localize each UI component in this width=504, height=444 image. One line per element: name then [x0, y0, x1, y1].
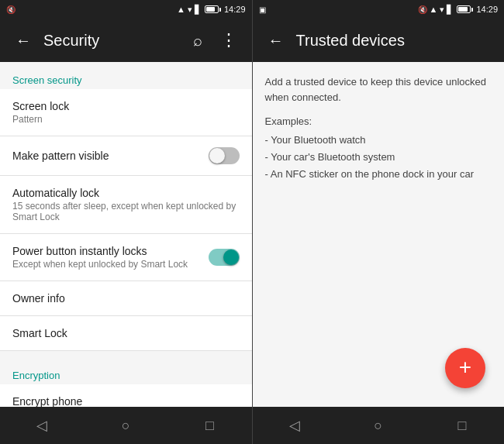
screen-lock-subtitle: Pattern [12, 114, 240, 125]
left-nav-bar: ◁ ○ □ [0, 407, 252, 444]
right-wifi-icon: ▾ [440, 5, 444, 15]
add-trusted-device-fab[interactable]: + [445, 348, 485, 388]
owner-info-title: Owner info [12, 292, 240, 305]
example-item-2: - An NFC sticker on the phone dock in yo… [265, 166, 492, 183]
right-main-content: Add a trusted device to keep this device… [253, 62, 505, 195]
right-content: Add a trusted device to keep this device… [253, 62, 505, 407]
left-app-bar: ← Security ⌕ ⋮ [0, 19, 252, 62]
nav-home-icon: ○ [122, 418, 130, 434]
right-app-bar: ← Trusted devices [253, 19, 505, 62]
search-button[interactable]: ⌕ [187, 29, 209, 51]
make-pattern-toggle[interactable] [209, 147, 240, 164]
right-nav-recent-icon: □ [457, 418, 466, 434]
auto-lock-subtitle: 15 seconds after sleep, except when kept… [12, 201, 240, 222]
auto-lock-item[interactable]: Automatically lock 15 seconds after slee… [0, 176, 252, 234]
right-signal-icon: ▲ [430, 5, 438, 14]
wifi-icon: ▾ [188, 5, 192, 15]
more-icon: ⋮ [220, 30, 237, 50]
screen-lock-title: Screen lock [12, 100, 240, 112]
right-signal-bars-icon: ▋ [447, 5, 453, 15]
trusted-devices-description: Add a trusted device to keep this device… [265, 74, 492, 105]
left-screen-title: Security [43, 32, 178, 50]
right-nav-home-button[interactable]: ○ [363, 410, 394, 441]
encrypt-phone-item[interactable]: Encrypt phone [0, 384, 252, 407]
right-nav-home-icon: ○ [374, 418, 382, 434]
right-notif-icon: ▣ [259, 5, 266, 14]
back-arrow-icon: ← [16, 32, 31, 50]
right-nav-recent-button[interactable]: □ [447, 410, 478, 441]
auto-lock-title: Automatically lock [12, 187, 240, 199]
right-back-arrow-icon: ← [268, 32, 284, 50]
examples-list: - Your Bluetooth watch - Your car's Blue… [265, 132, 492, 183]
examples-label: Examples: [265, 115, 492, 127]
smart-lock-title: Smart Lock [12, 327, 240, 339]
fab-plus-icon: + [459, 356, 471, 378]
power-button-toggle[interactable] [209, 249, 240, 266]
owner-info-item[interactable]: Owner info [0, 281, 252, 316]
time-display: 14:29 [224, 5, 246, 14]
mute-icon: 🔇 [6, 5, 16, 14]
make-pattern-title: Make pattern visible [12, 150, 209, 162]
right-back-button[interactable]: ← [265, 29, 287, 51]
section-encryption-header: Encryption [0, 357, 252, 384]
left-panel: 🔇 ▲ ▾ ▋ 14:29 ← Security ⌕ ⋮ Screen secu… [0, 0, 252, 444]
power-button-title: Power button instantly locks [12, 245, 209, 257]
left-nav-home-button[interactable]: ○ [110, 410, 141, 441]
right-status-right: 🔇 ▲ ▾ ▋ 14:29 [418, 5, 498, 15]
nav-back-icon: ◁ [36, 417, 47, 434]
left-nav-back-button[interactable]: ◁ [26, 410, 57, 441]
left-status-left: 🔇 [6, 5, 16, 14]
nav-recent-icon: □ [205, 418, 214, 434]
right-nav-back-icon: ◁ [289, 417, 300, 434]
right-screen-title: Trusted devices [296, 32, 492, 50]
example-item-1: - Your car's Bluetooth system [265, 149, 492, 166]
section-screen-security-header: Screen security [0, 62, 252, 89]
right-status-left: ▣ [259, 5, 266, 14]
example-item-0: - Your Bluetooth watch [265, 132, 492, 149]
left-status-right: ▲ ▾ ▋ 14:29 [177, 5, 245, 15]
power-button-locks-item[interactable]: Power button instantly locks Except when… [0, 234, 252, 281]
right-nav-back-button[interactable]: ◁ [279, 410, 310, 441]
battery-icon [205, 5, 219, 13]
right-panel: ▣ 🔇 ▲ ▾ ▋ 14:29 ← Trusted devices Add a … [253, 0, 505, 444]
search-icon: ⌕ [193, 32, 202, 50]
more-button[interactable]: ⋮ [218, 29, 240, 51]
encrypt-phone-title: Encrypt phone [12, 395, 240, 407]
screen-lock-item[interactable]: Screen lock Pattern [0, 89, 252, 136]
signal-bars-icon: ▋ [195, 5, 201, 15]
signal-icon: ▲ [177, 5, 185, 14]
right-status-bar: ▣ 🔇 ▲ ▾ ▋ 14:29 [253, 0, 505, 19]
right-nav-bar: ◁ ○ □ [253, 407, 505, 444]
right-battery-icon [457, 5, 471, 13]
left-content: Screen security Screen lock Pattern Make… [0, 62, 252, 407]
left-nav-recent-button[interactable]: □ [194, 410, 225, 441]
left-back-button[interactable]: ← [12, 29, 34, 51]
smart-lock-item[interactable]: Smart Lock [0, 316, 252, 351]
right-time-display: 14:29 [476, 5, 498, 14]
make-pattern-visible-item[interactable]: Make pattern visible [0, 136, 252, 176]
power-button-subtitle: Except when kept unlocked by Smart Lock [12, 259, 209, 270]
left-status-bar: 🔇 ▲ ▾ ▋ 14:29 [0, 0, 252, 19]
right-mute-icon: 🔇 [418, 5, 427, 14]
